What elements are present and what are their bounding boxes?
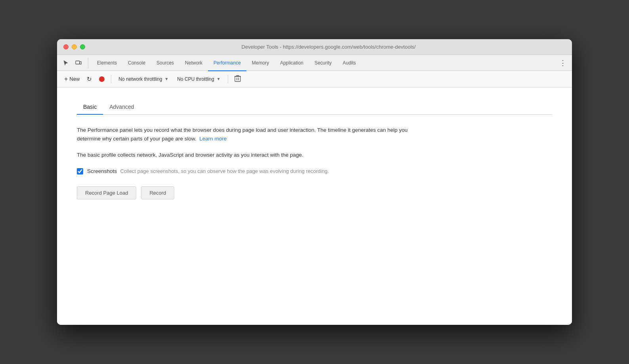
clear-button[interactable] [232, 73, 243, 85]
devtools-window: Developer Tools - https://developers.goo… [57, 39, 572, 325]
reload-icon: ↻ [87, 76, 92, 83]
content-tabs: Basic Advanced [77, 99, 552, 115]
svg-rect-2 [235, 76, 240, 82]
maximize-button[interactable] [80, 44, 85, 49]
new-label: New [69, 76, 80, 82]
record-dot-icon [99, 76, 105, 82]
description-1: The Performance panel lets you record wh… [77, 126, 417, 143]
minimize-button[interactable] [72, 44, 77, 49]
content-tab-advanced[interactable]: Advanced [103, 100, 140, 115]
plus-icon: + [64, 76, 68, 83]
screenshots-description: Collect page screenshots, so you can obs… [120, 168, 329, 174]
tab-application[interactable]: Application [274, 55, 309, 71]
tab-icons [60, 57, 88, 68]
devtools-body: Elements Console Sources Network Perform… [57, 55, 572, 325]
record-button[interactable]: Record [141, 186, 174, 199]
tab-memory[interactable]: Memory [246, 55, 274, 71]
device-toggle-icon[interactable] [73, 57, 84, 68]
tab-security[interactable]: Security [309, 55, 337, 71]
content-tab-basic[interactable]: Basic [77, 100, 103, 115]
network-throttle-arrow-icon: ▼ [164, 77, 168, 81]
learn-more-link[interactable]: Learn more [199, 136, 227, 142]
network-throttle-dropdown[interactable]: No network throttling ▼ [115, 75, 172, 83]
tab-sources[interactable]: Sources [151, 55, 179, 71]
window-title: Developer Tools - https://developers.goo… [91, 44, 566, 50]
tab-network[interactable]: Network [179, 55, 208, 71]
more-tabs-icon[interactable]: ⋮ [557, 59, 569, 67]
screenshots-label[interactable]: Screenshots [87, 168, 117, 174]
title-bar: Developer Tools - https://developers.goo… [57, 39, 572, 55]
cpu-throttle-label: No CPU throttling [177, 76, 214, 82]
screenshots-row: Screenshots Collect page screenshots, so… [77, 167, 552, 174]
separator-1 [111, 75, 111, 83]
content-area: Basic Advanced The Performance panel let… [57, 87, 572, 215]
tab-audits[interactable]: Audits [337, 55, 361, 71]
svg-rect-0 [76, 61, 80, 64]
checkbox-content: Screenshots Collect page screenshots, so… [87, 167, 329, 174]
svg-rect-1 [80, 62, 82, 64]
screenshots-checkbox[interactable] [77, 168, 83, 174]
cursor-icon[interactable] [60, 57, 71, 68]
record-toggle-button[interactable] [97, 75, 107, 83]
close-button[interactable] [63, 44, 69, 49]
network-throttle-label: No network throttling [118, 76, 162, 82]
traffic-lights [63, 44, 85, 49]
new-button[interactable]: + New [62, 74, 82, 84]
toolbar: + New ↻ No network throttling ▼ No CPU t… [57, 71, 572, 87]
cpu-throttle-dropdown[interactable]: No CPU throttling ▼ [174, 75, 223, 83]
tab-bar: Elements Console Sources Network Perform… [57, 55, 572, 71]
separator-2 [228, 75, 228, 83]
reload-button[interactable]: ↻ [84, 74, 94, 84]
tab-console[interactable]: Console [122, 55, 151, 71]
cpu-throttle-arrow-icon: ▼ [217, 77, 221, 81]
tab-performance[interactable]: Performance [208, 55, 246, 71]
tab-list: Elements Console Sources Network Perform… [91, 55, 555, 71]
action-buttons: Record Page Load Record [77, 186, 552, 199]
main-content: Basic Advanced The Performance panel let… [57, 87, 572, 325]
tab-elements[interactable]: Elements [91, 55, 122, 71]
record-page-load-button[interactable]: Record Page Load [77, 186, 136, 199]
description-2: The basic profile collects network, Java… [77, 151, 417, 159]
